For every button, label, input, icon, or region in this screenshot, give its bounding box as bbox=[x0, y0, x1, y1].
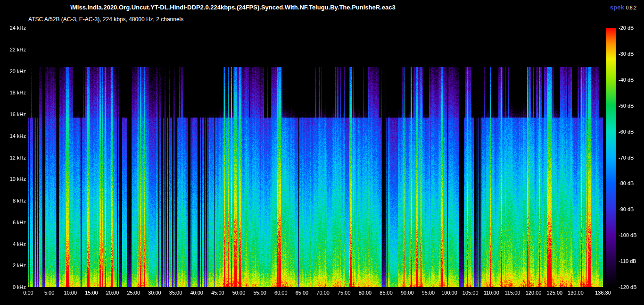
file-title: \Miss.India.2020.Org.Uncut.YT-DL.Hindi-D… bbox=[0, 4, 466, 11]
x-tick-label: 20:00 bbox=[106, 290, 119, 296]
colorbar-tick-label: -110 dB bbox=[619, 258, 636, 264]
x-tick-label: 5:00 bbox=[44, 290, 54, 296]
x-tick-label: 105:00 bbox=[462, 290, 479, 296]
colorbar-tick-label: -60 dB bbox=[619, 129, 634, 135]
y-tick-label: 10 kHz bbox=[10, 176, 26, 182]
y-tick-label: 12 kHz bbox=[10, 155, 26, 161]
y-tick-label: 22 kHz bbox=[10, 47, 26, 52]
x-tick-label: 136:30 bbox=[595, 290, 611, 296]
spek-window: \Miss.India.2020.Org.Uncut.YT-DL.Hindi-D… bbox=[0, 0, 644, 305]
y-tick-label: 18 kHz bbox=[10, 90, 26, 95]
colorbar-gradient bbox=[606, 28, 616, 287]
x-tick-label: 125:00 bbox=[546, 290, 562, 296]
colorbar-tick-label: -120 dB bbox=[619, 284, 637, 290]
x-tick-label: 25:00 bbox=[127, 290, 140, 296]
x-tick-label: 95:00 bbox=[422, 290, 435, 296]
x-tick-label: 85:00 bbox=[380, 290, 393, 296]
x-tick-label: 10:00 bbox=[64, 290, 77, 296]
y-tick-label: 24 kHz bbox=[10, 25, 26, 31]
x-tick-label: 30:00 bbox=[148, 290, 161, 296]
y-tick-label: 6 kHz bbox=[13, 220, 26, 225]
y-tick-label: 14 kHz bbox=[10, 133, 26, 139]
y-tick-label: 8 kHz bbox=[13, 198, 26, 203]
x-tick-label: 130:00 bbox=[568, 290, 584, 296]
x-tick-label: 50:00 bbox=[232, 290, 246, 296]
app-version: 0.8.2 bbox=[626, 5, 636, 10]
y-tick-label: 0 kHz bbox=[13, 284, 26, 290]
y-tick-label: 16 kHz bbox=[10, 111, 26, 117]
x-tick-label: 0:00 bbox=[23, 290, 33, 296]
x-tick-label: 60:00 bbox=[274, 290, 288, 296]
colorbar-tick-label: -70 dB bbox=[619, 155, 634, 161]
app-name: spek bbox=[610, 4, 624, 11]
colorbar-tick-label: -30 dB bbox=[619, 51, 634, 57]
x-tick-label: 65:00 bbox=[296, 290, 309, 296]
y-tick-label: 20 kHz bbox=[10, 68, 26, 74]
colorbar-tick-label: -40 dB bbox=[619, 77, 634, 83]
x-tick-label: 15:00 bbox=[85, 290, 98, 296]
x-tick-label: 115:00 bbox=[505, 290, 520, 296]
x-tick-label: 45:00 bbox=[211, 290, 224, 296]
colorbar-tick-label: -20 dB bbox=[619, 25, 634, 31]
colorbar-tick-label: -100 dB bbox=[619, 232, 637, 238]
colorbar-tick-label: -50 dB bbox=[619, 103, 634, 109]
x-tick-label: 70:00 bbox=[316, 290, 330, 296]
y-tick-label: 4 kHz bbox=[13, 241, 26, 247]
colorbar-tick-label: -80 dB bbox=[619, 180, 634, 186]
x-tick-label: 75:00 bbox=[338, 290, 351, 296]
x-tick-label: 55:00 bbox=[253, 290, 266, 296]
spectrogram-canvas bbox=[28, 28, 603, 287]
x-tick-label: 90:00 bbox=[401, 290, 414, 296]
x-tick-label: 110:00 bbox=[484, 290, 499, 296]
x-tick-label: 80:00 bbox=[359, 290, 372, 296]
x-tick-label: 40:00 bbox=[190, 290, 203, 296]
x-tick-label: 35:00 bbox=[169, 290, 182, 296]
x-tick-label: 100:00 bbox=[441, 290, 457, 296]
app-brand: spek0.8.2 bbox=[610, 4, 636, 11]
codec-info: ATSC A/52B (AC-3, E-AC-3), 224 kbps, 480… bbox=[28, 16, 183, 23]
x-tick-label: 120:00 bbox=[526, 290, 542, 296]
y-tick-label: 2 kHz bbox=[13, 263, 26, 268]
colorbar-tick-label: -90 dB bbox=[619, 206, 634, 212]
